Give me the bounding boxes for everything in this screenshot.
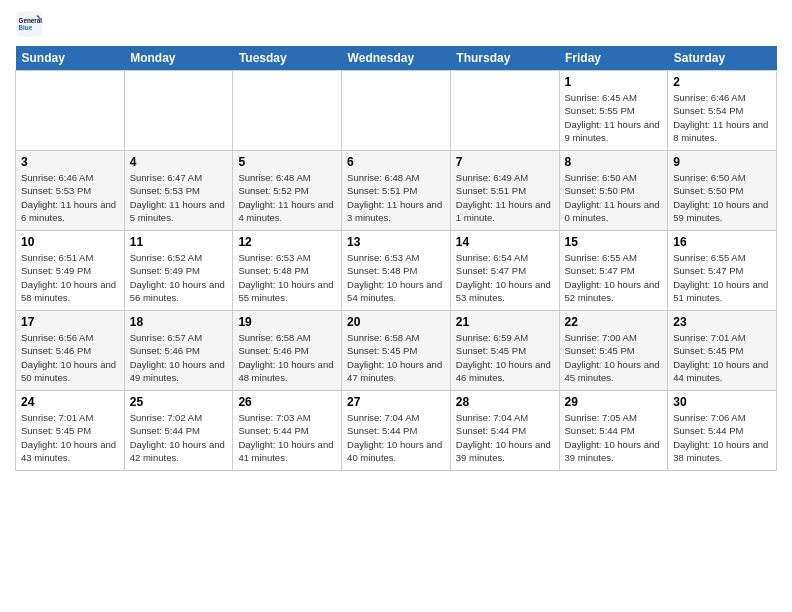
day-cell-1-6: 9Sunrise: 6:50 AMSunset: 5:50 PMDaylight… [668, 151, 777, 231]
day-info: Sunrise: 6:46 AMSunset: 5:53 PMDaylight:… [21, 171, 119, 224]
day-number: 24 [21, 395, 119, 409]
calendar-table: SundayMondayTuesdayWednesdayThursdayFrid… [15, 46, 777, 471]
day-number: 16 [673, 235, 771, 249]
day-cell-0-5: 1Sunrise: 6:45 AMSunset: 5:55 PMDaylight… [559, 71, 668, 151]
day-cell-4-6: 30Sunrise: 7:06 AMSunset: 5:44 PMDayligh… [668, 391, 777, 471]
day-cell-3-6: 23Sunrise: 7:01 AMSunset: 5:45 PMDayligh… [668, 311, 777, 391]
day-info: Sunrise: 6:55 AMSunset: 5:47 PMDaylight:… [673, 251, 771, 304]
day-number: 19 [238, 315, 336, 329]
day-info: Sunrise: 6:56 AMSunset: 5:46 PMDaylight:… [21, 331, 119, 384]
day-info: Sunrise: 6:53 AMSunset: 5:48 PMDaylight:… [347, 251, 445, 304]
day-info: Sunrise: 7:04 AMSunset: 5:44 PMDaylight:… [456, 411, 554, 464]
day-info: Sunrise: 6:45 AMSunset: 5:55 PMDaylight:… [565, 91, 663, 144]
day-number: 20 [347, 315, 445, 329]
day-info: Sunrise: 7:04 AMSunset: 5:44 PMDaylight:… [347, 411, 445, 464]
day-cell-0-6: 2Sunrise: 6:46 AMSunset: 5:54 PMDaylight… [668, 71, 777, 151]
day-cell-2-6: 16Sunrise: 6:55 AMSunset: 5:47 PMDayligh… [668, 231, 777, 311]
week-row-5: 24Sunrise: 7:01 AMSunset: 5:45 PMDayligh… [16, 391, 777, 471]
day-info: Sunrise: 6:58 AMSunset: 5:46 PMDaylight:… [238, 331, 336, 384]
week-row-3: 10Sunrise: 6:51 AMSunset: 5:49 PMDayligh… [16, 231, 777, 311]
day-number: 10 [21, 235, 119, 249]
day-number: 17 [21, 315, 119, 329]
day-info: Sunrise: 6:50 AMSunset: 5:50 PMDaylight:… [565, 171, 663, 224]
day-cell-4-1: 25Sunrise: 7:02 AMSunset: 5:44 PMDayligh… [124, 391, 233, 471]
day-number: 5 [238, 155, 336, 169]
day-number: 9 [673, 155, 771, 169]
header-monday: Monday [124, 46, 233, 71]
header-tuesday: Tuesday [233, 46, 342, 71]
day-number: 13 [347, 235, 445, 249]
day-number: 28 [456, 395, 554, 409]
day-number: 12 [238, 235, 336, 249]
logo-icon: General Blue [15, 10, 43, 38]
logo: General Blue [15, 10, 47, 38]
day-info: Sunrise: 6:48 AMSunset: 5:51 PMDaylight:… [347, 171, 445, 224]
day-cell-0-3 [342, 71, 451, 151]
day-cell-0-0 [16, 71, 125, 151]
day-number: 23 [673, 315, 771, 329]
day-cell-2-4: 14Sunrise: 6:54 AMSunset: 5:47 PMDayligh… [450, 231, 559, 311]
header-friday: Friday [559, 46, 668, 71]
day-info: Sunrise: 7:03 AMSunset: 5:44 PMDaylight:… [238, 411, 336, 464]
day-cell-4-4: 28Sunrise: 7:04 AMSunset: 5:44 PMDayligh… [450, 391, 559, 471]
day-cell-1-2: 5Sunrise: 6:48 AMSunset: 5:52 PMDaylight… [233, 151, 342, 231]
day-number: 3 [21, 155, 119, 169]
day-number: 27 [347, 395, 445, 409]
day-info: Sunrise: 6:52 AMSunset: 5:49 PMDaylight:… [130, 251, 228, 304]
day-cell-1-3: 6Sunrise: 6:48 AMSunset: 5:51 PMDaylight… [342, 151, 451, 231]
header-wednesday: Wednesday [342, 46, 451, 71]
day-info: Sunrise: 7:01 AMSunset: 5:45 PMDaylight:… [673, 331, 771, 384]
day-number: 14 [456, 235, 554, 249]
day-number: 7 [456, 155, 554, 169]
week-row-1: 1Sunrise: 6:45 AMSunset: 5:55 PMDaylight… [16, 71, 777, 151]
day-info: Sunrise: 7:06 AMSunset: 5:44 PMDaylight:… [673, 411, 771, 464]
day-number: 2 [673, 75, 771, 89]
day-cell-2-3: 13Sunrise: 6:53 AMSunset: 5:48 PMDayligh… [342, 231, 451, 311]
day-info: Sunrise: 6:59 AMSunset: 5:45 PMDaylight:… [456, 331, 554, 384]
day-info: Sunrise: 6:53 AMSunset: 5:48 PMDaylight:… [238, 251, 336, 304]
day-info: Sunrise: 7:01 AMSunset: 5:45 PMDaylight:… [21, 411, 119, 464]
day-info: Sunrise: 6:54 AMSunset: 5:47 PMDaylight:… [456, 251, 554, 304]
week-row-2: 3Sunrise: 6:46 AMSunset: 5:53 PMDaylight… [16, 151, 777, 231]
day-info: Sunrise: 6:57 AMSunset: 5:46 PMDaylight:… [130, 331, 228, 384]
day-number: 1 [565, 75, 663, 89]
day-info: Sunrise: 7:02 AMSunset: 5:44 PMDaylight:… [130, 411, 228, 464]
day-cell-4-3: 27Sunrise: 7:04 AMSunset: 5:44 PMDayligh… [342, 391, 451, 471]
day-cell-2-1: 11Sunrise: 6:52 AMSunset: 5:49 PMDayligh… [124, 231, 233, 311]
day-info: Sunrise: 6:55 AMSunset: 5:47 PMDaylight:… [565, 251, 663, 304]
day-info: Sunrise: 6:47 AMSunset: 5:53 PMDaylight:… [130, 171, 228, 224]
day-info: Sunrise: 6:51 AMSunset: 5:49 PMDaylight:… [21, 251, 119, 304]
day-number: 22 [565, 315, 663, 329]
day-info: Sunrise: 6:48 AMSunset: 5:52 PMDaylight:… [238, 171, 336, 224]
day-number: 18 [130, 315, 228, 329]
day-info: Sunrise: 7:05 AMSunset: 5:44 PMDaylight:… [565, 411, 663, 464]
day-info: Sunrise: 6:50 AMSunset: 5:50 PMDaylight:… [673, 171, 771, 224]
day-number: 11 [130, 235, 228, 249]
day-cell-4-0: 24Sunrise: 7:01 AMSunset: 5:45 PMDayligh… [16, 391, 125, 471]
header: General Blue [15, 10, 777, 38]
day-cell-1-5: 8Sunrise: 6:50 AMSunset: 5:50 PMDaylight… [559, 151, 668, 231]
day-info: Sunrise: 7:00 AMSunset: 5:45 PMDaylight:… [565, 331, 663, 384]
day-cell-4-5: 29Sunrise: 7:05 AMSunset: 5:44 PMDayligh… [559, 391, 668, 471]
day-number: 25 [130, 395, 228, 409]
day-cell-3-4: 21Sunrise: 6:59 AMSunset: 5:45 PMDayligh… [450, 311, 559, 391]
day-cell-2-0: 10Sunrise: 6:51 AMSunset: 5:49 PMDayligh… [16, 231, 125, 311]
day-cell-3-5: 22Sunrise: 7:00 AMSunset: 5:45 PMDayligh… [559, 311, 668, 391]
day-info: Sunrise: 6:58 AMSunset: 5:45 PMDaylight:… [347, 331, 445, 384]
day-number: 26 [238, 395, 336, 409]
day-number: 29 [565, 395, 663, 409]
day-number: 21 [456, 315, 554, 329]
day-cell-0-1 [124, 71, 233, 151]
day-cell-4-2: 26Sunrise: 7:03 AMSunset: 5:44 PMDayligh… [233, 391, 342, 471]
header-sunday: Sunday [16, 46, 125, 71]
day-cell-0-2 [233, 71, 342, 151]
day-cell-3-3: 20Sunrise: 6:58 AMSunset: 5:45 PMDayligh… [342, 311, 451, 391]
week-row-4: 17Sunrise: 6:56 AMSunset: 5:46 PMDayligh… [16, 311, 777, 391]
day-cell-1-0: 3Sunrise: 6:46 AMSunset: 5:53 PMDaylight… [16, 151, 125, 231]
day-cell-0-4 [450, 71, 559, 151]
day-cell-1-1: 4Sunrise: 6:47 AMSunset: 5:53 PMDaylight… [124, 151, 233, 231]
header-saturday: Saturday [668, 46, 777, 71]
day-number: 4 [130, 155, 228, 169]
day-cell-2-5: 15Sunrise: 6:55 AMSunset: 5:47 PMDayligh… [559, 231, 668, 311]
day-cell-2-2: 12Sunrise: 6:53 AMSunset: 5:48 PMDayligh… [233, 231, 342, 311]
